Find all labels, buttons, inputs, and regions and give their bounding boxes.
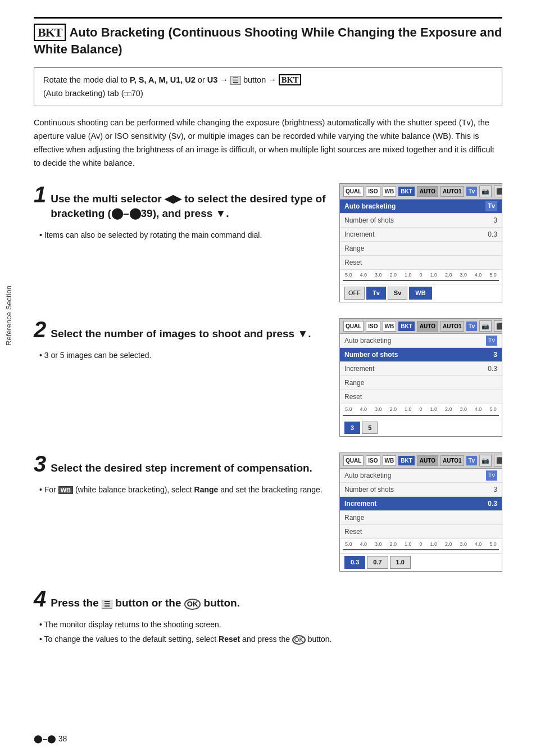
step-1-bullet-1: Items can also be selected by rotating t… — [39, 229, 328, 241]
step-3-title: Select the desired step increment of com… — [51, 461, 328, 476]
step-1-left: 1 Use the multi selector ◀▶ to select th… — [34, 183, 339, 241]
intro-text: Continuous shooting can be performed whi… — [34, 116, 502, 170]
bkt-icon: BKT — [34, 24, 66, 41]
step-2-left: 2 Select the number of images to shoot a… — [34, 318, 339, 361]
step-2-number: 2 — [34, 318, 46, 341]
page-footer: ⬤–⬤⬤–⬤3838 — [34, 733, 67, 745]
step-3-bullets: For WB (white balance bracketing), selec… — [34, 483, 328, 496]
instruction-box: Rotate the mode dial to P, S, A, M, U1, … — [34, 67, 502, 106]
step-3-bullet-1: For WB (white balance bracketing), selec… — [39, 483, 328, 496]
step-1-bullets: Items can also be selected by rotating t… — [34, 229, 328, 241]
step-2-title: Select the number of images to shoot and… — [51, 327, 328, 341]
step-2-row: 2 Select the number of images to shoot a… — [34, 318, 502, 437]
step-1-number: 1 — [34, 183, 46, 206]
step-3-number: 3 — [34, 452, 46, 475]
step-4-bullet-1: The monitor display returns to the shoot… — [39, 618, 491, 631]
step-4-number: 4 — [34, 587, 46, 610]
sidebar-label: Reference Section — [0, 281, 18, 350]
step-4-bullet-2: To change the values to the default sett… — [39, 633, 491, 645]
step-1-panel: QUAL ISO WB BKT AUTO AUTO1 Tv 📷 ⬛ Auto b… — [339, 183, 502, 302]
step-3-left: 3 Select the desired step increment of c… — [34, 452, 339, 496]
page-title: BKTAuto Bracketing (Continuous Shooting … — [34, 17, 502, 57]
step-4-row: 4 Press the ☰ button or the OK button. T… — [34, 587, 502, 645]
step-2-panel: QUAL ISO WB BKT AUTO AUTO1 Tv 📷 ⬛ Auto b… — [339, 318, 502, 437]
step-1-row: 1 Use the multi selector ◀▶ to select th… — [34, 183, 502, 302]
step-4-bullets: The monitor display returns to the shoot… — [34, 618, 491, 646]
step-1-title: Use the multi selector ◀▶ to select the … — [51, 192, 328, 220]
step-3-row: 3 Select the desired step increment of c… — [34, 452, 502, 572]
step-2-bullets: 3 or 5 images can be selected. — [34, 349, 328, 361]
step-2-bullet-1: 3 or 5 images can be selected. — [39, 349, 328, 361]
steps-container: 1 Use the multi selector ◀▶ to select th… — [34, 183, 502, 587]
step-4-left: 4 Press the ☰ button or the OK button. T… — [34, 587, 502, 645]
step-3-panel: QUAL ISO WB BKT AUTO AUTO1 Tv 📷 ⬛ Auto b… — [339, 452, 502, 572]
step-4-title: Press the ☰ button or the OK button. — [51, 596, 491, 610]
